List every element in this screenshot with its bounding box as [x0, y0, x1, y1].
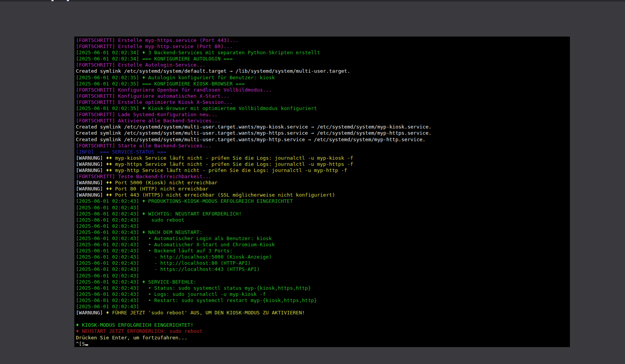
terminal-line: [2025-06-01 02:02:43]: [76, 223, 570, 229]
terminal-line: [2025-06-01 02:02:43] ♦ PRODUKTIONS-KIOS…: [76, 198, 570, 204]
terminal-window[interactable]: [FORTSCHRITT] Erstelle myp-https.service…: [74, 37, 570, 347]
terminal-line: [FORTSCHRITT] Erstelle myp-http.service …: [76, 43, 570, 50]
terminal-line: Created symlink /etc/systemd/system/mult…: [76, 124, 570, 130]
terminal-line: [WARNUNG] ♦♦ myp-https Service läuft nic…: [76, 161, 570, 167]
terminal-line: [2025-06-01 02:02:35] ♦ Autologin konfig…: [76, 75, 570, 81]
terminal-line: [FORTSCHRITT] Erstelle Autologin-Service…: [76, 62, 570, 68]
screen-top-strip: [0, 0, 625, 2]
terminal-line: [INFO] === SERVICE-STATUS ===: [76, 149, 570, 155]
terminal-line: [2025-06-01 02:02:43] sudo reboot: [76, 217, 570, 223]
terminal-line: [FORTSCHRITT] Erstelle optimierte Kiosk …: [76, 99, 570, 105]
terminal-line: [FORTSCHRITT] Konfiguriere Openbox für r…: [76, 87, 570, 93]
terminal-line: [2025-06-01 02:02:43]: [76, 205, 570, 211]
terminal-line: ♦ NEUSTART JETZT ERFORDERLICH: sudo rebo…: [76, 328, 570, 334]
terminal-line: [2025-06-01 02:02:35] ♦ Kiosk-Browser mi…: [76, 105, 570, 112]
terminal-line: [2025-06-01 02:02:43] ♦ NACH DEM NEUSTAR…: [76, 229, 570, 235]
terminal-line: [WARNUNG] ♦♦ Port 5000 (Kiosk) nicht err…: [76, 180, 570, 186]
terminal-line: [2025-06-01 02:02:43] • Restart: sudo sy…: [76, 297, 570, 304]
terminal-line: [2025-06-01 02:02:43] • Automatischer X-…: [76, 242, 570, 248]
terminal-line: [2025-06-01 02:02:43] - https://localhos…: [76, 266, 570, 272]
terminal-line: [2025-06-01 02:02:34] === KONFIGURIERE A…: [76, 56, 570, 62]
terminal-line: Created symlink /etc/systemd/system/mult…: [76, 137, 570, 143]
terminal-line: [FORTSCHRITT] Aktiviere alle Backend-Ser…: [76, 118, 570, 124]
terminal-line: [2025-06-01 02:02:43] • Backend läuft au…: [76, 248, 570, 254]
terminal-line: [2025-06-01 02:02:35] === KONFIGURIERE K…: [76, 81, 570, 87]
terminal-output: [FORTSCHRITT] Erstelle myp-https.service…: [76, 37, 570, 347]
terminal-line: [76, 316, 570, 322]
terminal-line: [2025-06-01 02:02:43] - http://localhost…: [76, 260, 570, 266]
terminal-line: ♦ KIOSK-MODUS ERFOLGREICH EINGERICHTET!: [76, 322, 570, 328]
terminal-line: [WARNUNG] ♦♦ myp-kiosk Service läuft nic…: [76, 155, 570, 161]
terminal-line: [FORTSCHRITT] Konfiguriere automatischen…: [76, 93, 570, 99]
terminal-line: [WARNUNG] ♦♦ myp-http Service läuft nich…: [76, 167, 570, 174]
terminal-line: [FORTSCHRITT] Starte alle Backend-Servic…: [76, 143, 570, 149]
tab-favicon-fragment-icon: [67, 0, 69, 1]
terminal-line: [WARNUNG] ♦♦ Port 80 (HTTP) nicht erreic…: [76, 186, 570, 192]
desktop-background: { "page": { "background_color": "#3a3a3e…: [0, 0, 625, 364]
terminal-line: [2025-06-01 02:02:43]: [76, 273, 570, 279]
terminal-line: Drücken Sie Enter, um fortzufahren...: [76, 335, 570, 341]
terminal-line: ^[S: [76, 341, 570, 347]
terminal-line: [FORTSCHRITT] Teste Backend-Erreichbarke…: [76, 174, 570, 180]
terminal-line: [FORTSCHRITT] Lade Systemd-Konfiguration…: [76, 112, 570, 118]
terminal-line: [2025-06-01 02:02:43] ♦ WICHTIG: NEUSTAR…: [76, 211, 570, 217]
terminal-line: [2025-06-01 02:02:43] - http://localhost…: [76, 254, 570, 260]
terminal-line: [2025-06-01 02:02:34] ♦ 3 Backend-Servic…: [76, 50, 570, 56]
terminal-line: [WARNUNG] ♦♦ Port 443 (HTTPS) nicht erre…: [76, 192, 570, 198]
terminal-line: [WARNUNG] ♦ FÜHRE JETZT 'sudo reboot' AU…: [76, 310, 570, 316]
terminal-line: [2025-06-01 02:02:43] • Logs: sudo journ…: [76, 291, 570, 297]
terminal-line: [2025-06-01 02:02:43]: [76, 304, 570, 310]
terminal-line: [FORTSCHRITT] Erstelle myp-https.service…: [76, 37, 570, 43]
tab-favicon-fragment-icon: [51, 0, 54, 1]
terminal-line: [2025-06-01 02:02:43] ♦ SERVICE-BEFEHLE:: [76, 279, 570, 285]
terminal-line: Created symlink /etc/systemd/system/defa…: [76, 68, 570, 74]
terminal-line: [2025-06-01 02:02:43] • Status: sudo sys…: [76, 285, 570, 291]
terminal-line: [2025-06-01 02:02:43] • Automatischer Lo…: [76, 235, 570, 242]
terminal-cursor: [85, 344, 88, 346]
terminal-line: Created symlink /etc/systemd/system/mult…: [76, 130, 570, 136]
